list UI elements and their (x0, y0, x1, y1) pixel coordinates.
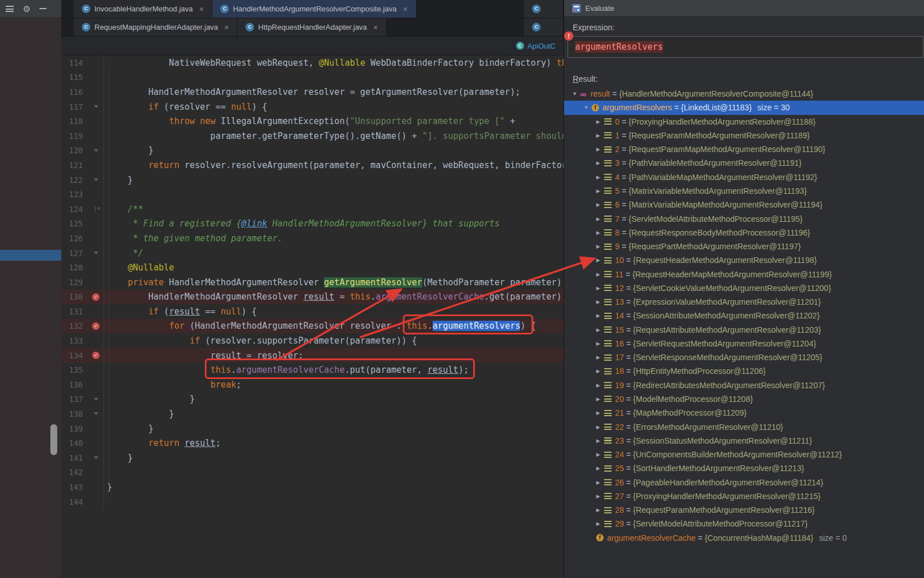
array-element-row[interactable]: ▶5 = {MatrixVariableMethodArgumentResolv… (564, 184, 924, 198)
code-line[interactable]: 129 private HandlerMethodArgumentResolve… (61, 275, 564, 290)
gutter[interactable] (86, 333, 104, 348)
view-options-icon[interactable] (6, 6, 14, 12)
variable-row[interactable]: ▼fargumentResolvers = {LinkedList@11183}… (564, 101, 924, 114)
doc-fold-icon[interactable]: |= (93, 205, 101, 212)
code-line[interactable]: 123 (61, 187, 564, 202)
array-element-row[interactable]: ▶24 = {UriComponentsBuilderMethodArgumen… (564, 448, 924, 461)
code-line[interactable]: 119 parameter.getParameterType().getName… (61, 129, 564, 143)
editor-tab[interactable]: C (524, 18, 564, 36)
expression-input[interactable]: ! argumentResolvers (568, 36, 923, 58)
code-line[interactable]: 144 (61, 495, 564, 509)
fold-arrow-icon[interactable] (94, 398, 98, 401)
close-icon[interactable]: × (403, 5, 407, 14)
expand-arrow-icon[interactable]: ▶ (596, 119, 604, 125)
array-element-row[interactable]: ▶7 = {ServletModelAttributeMethodProcess… (564, 212, 924, 225)
code-line[interactable]: 117 if (resolver == null) { (61, 99, 564, 114)
expand-arrow-icon[interactable]: ▶ (596, 410, 604, 416)
fold-arrow-icon[interactable] (94, 178, 98, 181)
editor-tab[interactable]: CInvocableHandlerMethod.java× (74, 0, 212, 18)
code-line[interactable]: 126 * the given method parameter. (61, 231, 564, 246)
gutter[interactable] (86, 377, 104, 392)
gutter[interactable]: |= (86, 202, 104, 217)
array-element-row[interactable]: ▶17 = {ServletResponseMethodArgumentReso… (564, 350, 924, 364)
code-line[interactable]: 131 if (result == null) { (61, 304, 564, 319)
expand-arrow-icon[interactable]: ▶ (596, 230, 604, 236)
breakpoint-icon[interactable]: ✓ (92, 293, 100, 301)
array-element-row[interactable]: ▶16 = {ServletRequestMethodArgumentResol… (564, 337, 924, 350)
code-line[interactable]: 130✓ HandlerMethodArgumentResolver resul… (61, 290, 564, 305)
fold-arrow-icon[interactable] (94, 252, 98, 254)
expand-arrow-icon[interactable]: ▶ (596, 327, 604, 333)
close-icon[interactable]: × (199, 5, 204, 14)
gutter[interactable] (86, 480, 104, 495)
expand-arrow-icon[interactable]: ▶ (596, 299, 604, 305)
gutter[interactable] (86, 114, 104, 129)
gutter[interactable] (86, 304, 104, 319)
code-line[interactable]: 134✓ result = resolver; (61, 348, 564, 363)
gutter[interactable] (86, 187, 104, 202)
gutter[interactable] (86, 158, 104, 173)
array-element-row[interactable]: ▶28 = {RequestParamMethodArgumentResolve… (564, 503, 924, 517)
array-element-row[interactable]: ▶9 = {RequestPartMethodArgumentResolver@… (564, 240, 924, 253)
array-element-row[interactable]: ▶1 = {RequestParamMethodArgumentResolver… (564, 129, 924, 142)
expand-arrow-icon[interactable]: ▶ (596, 493, 604, 499)
project-tool-window[interactable]: ⚙ (0, 0, 62, 578)
expand-arrow-icon[interactable]: ▶ (596, 396, 604, 402)
array-element-row[interactable]: ▶26 = {PageableHandlerMethodArgumentReso… (564, 475, 924, 489)
expand-arrow-icon[interactable]: ▶ (596, 216, 604, 222)
expand-arrow-icon[interactable]: ▶ (596, 272, 604, 277)
variable-row[interactable]: fargumentResolverCache = {ConcurrentHash… (564, 531, 924, 545)
code-line[interactable]: 118 throw new IllegalArgumentException("… (61, 114, 564, 129)
overflow-tab-label[interactable]: ApiOutC (528, 42, 556, 50)
gutter[interactable] (86, 173, 104, 188)
gutter[interactable] (86, 421, 104, 436)
code-line[interactable]: 114 NativeWebRequest webRequest, @Nullab… (61, 55, 564, 70)
gutter[interactable] (86, 275, 104, 290)
code-line[interactable]: 128 @Nullable (61, 260, 564, 275)
gutter[interactable]: ✓ (86, 319, 104, 334)
code-line[interactable]: 125 * Find a registered {@link HandlerMe… (61, 217, 564, 232)
code-line[interactable]: 137 } (61, 392, 564, 407)
fold-arrow-icon[interactable] (94, 105, 98, 108)
array-element-row[interactable]: ▶10 = {RequestHeaderMethodArgumentResolv… (564, 253, 924, 267)
code-line[interactable]: 132✓ for (HandlerMethodArgumentResolver … (61, 319, 564, 334)
editor-tab[interactable]: CHandlerMethodArgumentResolverComposite.… (212, 0, 416, 18)
expand-arrow-icon[interactable]: ▶ (596, 368, 604, 374)
gutter[interactable] (86, 260, 104, 275)
expand-arrow-icon[interactable]: ▶ (596, 341, 604, 346)
array-element-row[interactable]: ▶27 = {ProxyingHandlerMethodArgumentReso… (564, 489, 924, 503)
editor-tab[interactable]: CHttpRequestHandlerAdapter.java× (237, 18, 386, 36)
code-line[interactable]: 120 } (61, 143, 564, 158)
gutter[interactable] (86, 465, 104, 480)
expand-arrow-icon[interactable]: ▶ (596, 521, 604, 527)
close-icon[interactable]: × (224, 23, 229, 32)
expand-arrow-icon[interactable]: ▶ (596, 424, 604, 430)
gutter[interactable] (86, 99, 104, 114)
code-line[interactable]: 133 if (resolver.supportsParameter(param… (61, 333, 564, 348)
settings-gear-icon[interactable]: ⚙ (23, 5, 30, 13)
breakpoint-icon[interactable]: ✓ (92, 322, 100, 330)
code-line[interactable]: 141 } (61, 451, 564, 465)
breakpoint-icon[interactable]: ✓ (92, 352, 100, 359)
array-element-row[interactable]: ▶13 = {ExpressionValueMethodArgumentReso… (564, 295, 924, 309)
gutter[interactable] (86, 451, 104, 465)
gutter[interactable] (86, 143, 104, 158)
expand-arrow-icon[interactable]: ▶ (596, 507, 604, 513)
array-element-row[interactable]: ▶25 = {SortHandlerMethodArgumentResolver… (564, 461, 924, 475)
hide-panel-icon[interactable] (39, 8, 46, 9)
array-element-row[interactable]: ▶6 = {MatrixVariableMapMethodArgumentRes… (564, 198, 924, 212)
array-element-row[interactable]: ▶2 = {RequestParamMapMethodArgumentResol… (564, 142, 924, 156)
fold-arrow-icon[interactable] (94, 412, 98, 415)
code-line[interactable]: 138 } (61, 406, 564, 421)
code-line[interactable]: 122 } (61, 173, 564, 188)
expand-arrow-icon[interactable]: ▶ (596, 188, 604, 194)
expand-arrow-icon[interactable]: ▶ (596, 174, 604, 180)
array-element-row[interactable]: ▶8 = {RequestResponseBodyMethodProcessor… (564, 226, 924, 240)
array-element-row[interactable]: ▶14 = {SessionAttributeMethodArgumentRes… (564, 309, 924, 322)
code-line[interactable]: 124|= /** (61, 202, 564, 217)
gutter[interactable] (86, 495, 104, 509)
array-element-row[interactable]: ▶11 = {RequestHeaderMapMethodArgumentRes… (564, 267, 924, 281)
gutter[interactable] (86, 436, 104, 451)
code-line[interactable]: 140 return result; (61, 436, 564, 451)
editor-tab[interactable]: CRequestMappingHandlerAdapter.java× (74, 18, 237, 36)
